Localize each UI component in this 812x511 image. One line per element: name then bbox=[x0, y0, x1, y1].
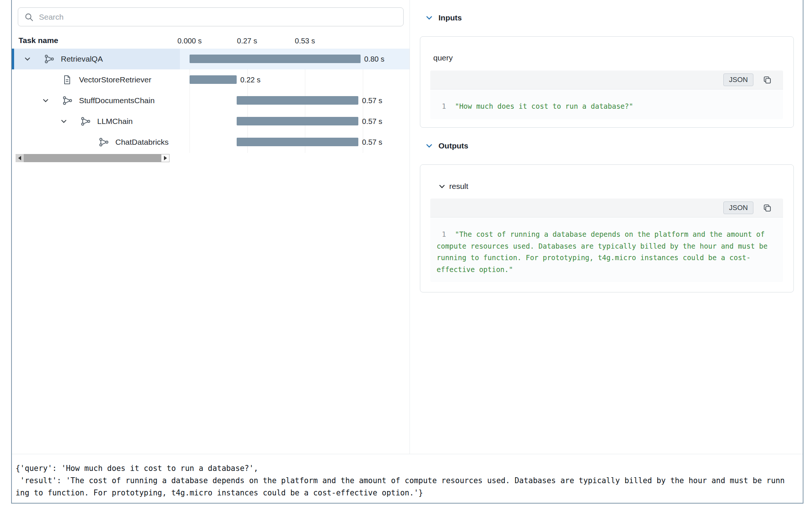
code-block-toolbar: JSON bbox=[430, 71, 783, 89]
json-toggle-button[interactable]: JSON bbox=[723, 202, 753, 214]
task-name-cell[interactable]: VectorStoreRetriever bbox=[12, 69, 180, 90]
outputs-card: result JSON 1"The cost of running a data… bbox=[420, 164, 794, 292]
scroll-left-button[interactable] bbox=[16, 154, 24, 162]
duration-label: 0.22 s bbox=[240, 69, 260, 90]
selected-row-accent bbox=[12, 49, 14, 69]
arrow-left-icon bbox=[18, 156, 21, 160]
scroll-thumb[interactable] bbox=[24, 154, 161, 162]
task-name-cell[interactable]: ChatDatabricks bbox=[12, 132, 180, 153]
task-name: RetrievalQA bbox=[61, 55, 103, 63]
result-collapse-header[interactable]: result bbox=[438, 182, 468, 191]
code-string: "The cost of running a database depends … bbox=[437, 230, 767, 273]
json-toggle-button[interactable]: JSON bbox=[723, 73, 753, 86]
time-tick-label: 0.53 s bbox=[295, 37, 315, 45]
section-label: Inputs bbox=[438, 13, 462, 22]
chevron-down-icon bbox=[425, 14, 433, 22]
time-tick-label: 0.27 s bbox=[237, 37, 257, 45]
table-row[interactable]: StuffDocumentsChain 0.57 s bbox=[12, 90, 410, 111]
time-tick-label: 0.000 s bbox=[177, 37, 202, 45]
code-string: "How much does it cost to run a database… bbox=[455, 102, 633, 110]
copy-icon[interactable] bbox=[763, 75, 772, 85]
duration-chart-cell: 0.57 s bbox=[180, 90, 410, 111]
code-block-body: 1"How much does it cost to run a databas… bbox=[430, 89, 783, 119]
chain-icon bbox=[98, 137, 109, 148]
inputs-card: query JSON 1"How much does it cost to ru… bbox=[420, 36, 794, 128]
duration-bar bbox=[190, 75, 237, 84]
code-content: 1"How much does it cost to run a databas… bbox=[430, 101, 783, 112]
chain-icon bbox=[80, 116, 91, 127]
document-icon bbox=[62, 75, 73, 85]
panel-divider-vertical bbox=[410, 0, 410, 454]
line-number: 1 bbox=[442, 102, 446, 110]
task-name: LLMChain bbox=[97, 117, 133, 126]
chevron-down-icon bbox=[438, 183, 446, 190]
horizontal-scrollbar[interactable] bbox=[16, 154, 170, 162]
chain-icon bbox=[44, 53, 55, 65]
duration-chart-cell: 0.22 s bbox=[180, 69, 410, 90]
table-row[interactable]: LLMChain 0.57 s bbox=[12, 111, 410, 132]
code-block-body: 1"The cost of running a database depends… bbox=[430, 217, 783, 282]
search-bar[interactable] bbox=[18, 7, 404, 26]
duration-chart-cell: 0.80 s bbox=[180, 49, 410, 69]
task-name-cell[interactable]: LLMChain bbox=[12, 111, 180, 132]
duration-label: 0.57 s bbox=[362, 132, 382, 153]
search-icon bbox=[24, 12, 34, 22]
inputs-section-header[interactable]: Inputs bbox=[425, 13, 462, 22]
panel-divider-horizontal bbox=[12, 454, 803, 454]
gantt-rows: RetrievalQA 0.80 s VectorStoreRetriever bbox=[12, 49, 410, 153]
duration-bar bbox=[237, 96, 358, 105]
code-content: 1"The cost of running a database depends… bbox=[430, 229, 783, 275]
task-name: VectorStoreRetriever bbox=[79, 75, 151, 84]
task-name: ChatDatabricks bbox=[115, 138, 169, 147]
duration-bar bbox=[237, 138, 358, 146]
output-code-block: JSON 1"The cost of running a database de… bbox=[430, 199, 783, 282]
scroll-right-button[interactable] bbox=[161, 154, 170, 162]
outputs-section-header[interactable]: Outputs bbox=[425, 141, 468, 150]
arrow-right-icon bbox=[164, 156, 167, 160]
input-field-name: query bbox=[433, 53, 453, 62]
search-input[interactable] bbox=[38, 12, 397, 22]
duration-chart-cell: 0.57 s bbox=[180, 111, 410, 132]
chevron-down-icon[interactable] bbox=[18, 56, 37, 62]
duration-bar bbox=[190, 55, 361, 63]
section-label: Outputs bbox=[438, 141, 468, 150]
duration-label: 0.57 s bbox=[362, 90, 382, 111]
duration-bar bbox=[237, 117, 358, 125]
container-bottom-border bbox=[11, 503, 803, 504]
task-name-cell[interactable]: StuffDocumentsChain bbox=[12, 90, 180, 111]
chain-icon bbox=[62, 95, 73, 106]
task-name-header: Task name bbox=[19, 36, 58, 45]
duration-label: 0.80 s bbox=[364, 49, 384, 69]
table-row[interactable]: RetrievalQA 0.80 s bbox=[12, 49, 410, 69]
line-number: 1 bbox=[442, 230, 446, 238]
code-block-toolbar: JSON bbox=[430, 199, 783, 217]
container-right-border bbox=[803, 0, 803, 504]
copy-icon[interactable] bbox=[763, 203, 772, 213]
task-name: StuffDocumentsChain bbox=[79, 96, 155, 105]
duration-label: 0.57 s bbox=[362, 111, 382, 132]
raw-output-text: {'query': 'How much does it cost to run … bbox=[16, 462, 802, 499]
table-row[interactable]: ChatDatabricks 0.57 s bbox=[12, 132, 410, 153]
input-code-block: JSON 1"How much does it cost to run a da… bbox=[430, 71, 783, 119]
table-row[interactable]: VectorStoreRetriever 0.22 s bbox=[12, 69, 410, 90]
output-field-name: result bbox=[449, 182, 468, 191]
chevron-down-icon[interactable] bbox=[54, 118, 73, 125]
trace-viewer: Task name 0.000 s 0.27 s 0.53 s Retri bbox=[0, 0, 812, 511]
duration-chart-cell: 0.57 s bbox=[180, 132, 410, 153]
chevron-down-icon bbox=[425, 142, 433, 150]
task-name-cell[interactable]: RetrievalQA bbox=[12, 49, 180, 69]
chevron-down-icon[interactable] bbox=[36, 97, 55, 104]
